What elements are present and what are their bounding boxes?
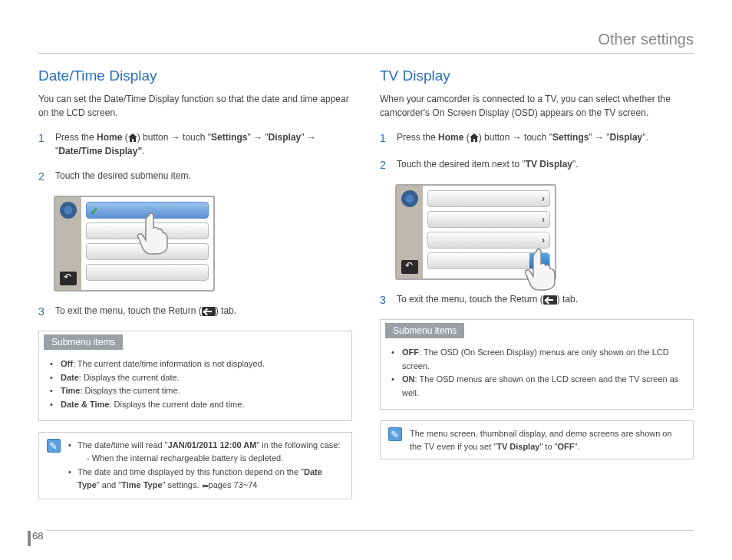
submenu-item: ON: The OSD menus are shown on the LCD s…	[391, 373, 682, 400]
home-label: Home	[438, 132, 463, 143]
text: Press the	[55, 132, 97, 143]
text: The date and time displayed by this func…	[77, 467, 304, 476]
gear-icon	[60, 202, 77, 219]
text: Time	[61, 386, 80, 395]
text: ) tab.	[557, 294, 578, 305]
toggle-icon	[529, 253, 549, 268]
text: : The OSD menus are shown on the LCD scr…	[402, 374, 678, 397]
lcd-row: ›	[427, 232, 550, 249]
arrow-icon: →	[307, 132, 316, 143]
text: "	[589, 132, 595, 143]
text: "	[247, 132, 253, 143]
text: Date & Time	[61, 400, 109, 409]
text: : Displays the current date and time.	[109, 400, 244, 409]
return-icon	[202, 307, 216, 316]
step-number: 3	[38, 304, 48, 320]
text: Settings	[552, 132, 589, 143]
text: TV Display	[526, 159, 572, 170]
lcd-screen: › › ›	[395, 184, 556, 280]
text: Display	[610, 132, 643, 143]
submenu-item: Date: Displays the current date.	[50, 371, 341, 385]
gear-icon	[401, 190, 418, 207]
page-number: 68	[32, 530, 43, 542]
text: "	[262, 132, 269, 143]
back-icon	[60, 272, 77, 285]
submenu-item: OFF: The OSD (On Screen Display) menus a…	[391, 346, 682, 373]
section-title-tvdisplay: TV Display	[380, 68, 694, 84]
step-3: 3 To exit the menu, touch the Return () …	[38, 304, 352, 320]
text: Display	[269, 132, 302, 143]
reference-arrow-icon: ➥	[202, 479, 209, 492]
note-box: The date/time will read "JAN/01/2011 12:…	[38, 432, 352, 499]
intro-text: You can set the Date/Time Display functi…	[38, 92, 352, 120]
section-title-datetime: Date/Time Display	[38, 68, 352, 84]
text: Settings	[211, 132, 247, 143]
text: ON	[402, 374, 415, 384]
step-3: 3 To exit the menu, touch the Return () …	[380, 292, 694, 308]
note-box: The menu screen, thumbnail display, and …	[380, 420, 694, 460]
submenu-header: Submenu items	[44, 334, 123, 350]
text: ".	[575, 442, 580, 451]
text: Off	[61, 359, 73, 368]
lcd-illustration: ✓	[54, 196, 352, 292]
text: OFF	[402, 348, 419, 357]
chevron-right-icon: ›	[542, 193, 545, 204]
step-body: To exit the menu, touch the Return () ta…	[55, 304, 352, 318]
note-body: The date/time will read "JAN/01/2011 12:…	[68, 439, 344, 492]
text: ) button	[479, 132, 513, 143]
submenu-body: OFF: The OSD (On Screen Display) menus a…	[381, 338, 693, 409]
submenu-box: Submenu items Off: The current date/time…	[38, 331, 352, 421]
arrow-icon: →	[171, 132, 180, 143]
step-2: 2 Touch the desired item next to "TV Dis…	[380, 157, 694, 173]
note-body: The menu screen, thumbnail display, and …	[410, 427, 685, 453]
home-icon	[470, 133, 479, 142]
step-number: 1	[38, 130, 48, 147]
step-2: 2 Touch the desired submenu item.	[38, 169, 352, 185]
text: "	[604, 132, 610, 143]
chevron-right-icon: ›	[542, 235, 545, 245]
text: Date/Time Display"	[58, 146, 142, 156]
submenu-header: Submenu items	[385, 323, 464, 338]
text: OFF	[558, 442, 575, 451]
step-body: Press the Home () button → touch "Settin…	[55, 130, 352, 158]
text: Date	[61, 373, 79, 382]
step-1: 1 Press the Home () button → touch "Sett…	[38, 130, 352, 158]
lcd-row	[86, 243, 209, 260]
note-icon	[47, 439, 61, 453]
text: : Displays the current time.	[80, 386, 180, 395]
lcd-row: ›	[427, 190, 550, 207]
arrow-icon: →	[513, 132, 522, 143]
chevron-right-icon: ›	[542, 214, 545, 225]
note-icon	[388, 427, 402, 441]
lcd-main: ✓	[81, 197, 213, 290]
lcd-row	[86, 222, 209, 239]
text: The date/time will read "	[77, 440, 168, 450]
text: " to "	[539, 442, 557, 451]
text: ) button	[137, 132, 171, 143]
step-body: Touch the desired item next to "TV Displ…	[397, 157, 694, 171]
text: (	[122, 132, 127, 143]
home-icon	[128, 133, 137, 142]
note-item: The date and time displayed by this func…	[68, 466, 344, 491]
lcd-main: › › ›	[423, 186, 555, 278]
lcd-illustration: › › ›	[395, 184, 694, 280]
arrow-icon: →	[595, 132, 604, 143]
lcd-row	[86, 264, 209, 281]
back-icon	[401, 260, 418, 274]
text: TV Display	[496, 442, 539, 451]
intro-text: When your camcorder is connected to a TV…	[380, 92, 694, 120]
text: JAN/01/2011 12:00 AM	[168, 440, 257, 450]
text: " and "	[97, 480, 121, 489]
step-number: 1	[380, 130, 389, 147]
text: To exit the menu, touch the Return (	[55, 305, 202, 316]
text: touch "	[522, 132, 552, 143]
text: : The current date/time information is n…	[73, 359, 265, 368]
arrow-icon: →	[253, 132, 262, 143]
note-subtext: - When the internal rechargeable battery…	[77, 452, 344, 465]
content-columns: Date/Time Display You can set the Date/T…	[38, 68, 694, 499]
submenu-box: Submenu items OFF: The OSD (On Screen Di…	[380, 319, 694, 410]
text: Press the	[397, 132, 438, 143]
text: To exit the menu, touch the Return (	[397, 294, 543, 305]
page-footer-line	[46, 530, 694, 531]
text: ".	[642, 132, 648, 143]
